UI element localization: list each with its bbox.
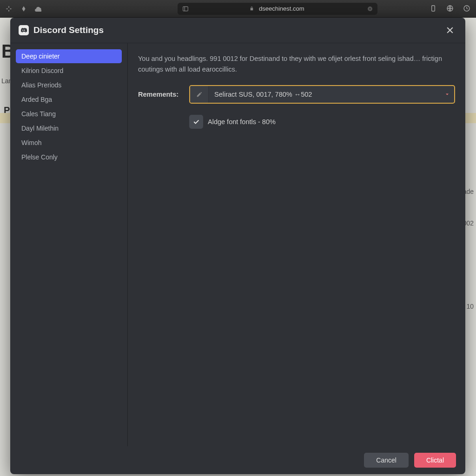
- url-text: dseechinest.com: [259, 5, 304, 12]
- checkbox-label: Aldge font fontls - 80%: [208, 118, 276, 126]
- device-icon[interactable]: [430, 5, 438, 13]
- right-icons: [430, 5, 471, 13]
- sidebar-item-label: Dayl Milethin: [21, 125, 59, 132]
- checkbox-row: Aldge font fontls - 80%: [189, 115, 455, 129]
- clock-icon[interactable]: [463, 5, 471, 13]
- nav-diamond-icon[interactable]: [20, 5, 28, 13]
- aldge-font-checkbox[interactable]: [189, 115, 203, 129]
- remements-label: Remements:: [138, 91, 184, 98]
- settings-sidebar: Deep cinieter Kilrion Discord Alias Prer…: [10, 43, 128, 446]
- svg-rect-3: [432, 6, 435, 11]
- modal-body: Deep cinieter Kilrion Discord Alias Prer…: [10, 43, 465, 446]
- settings-modal: Discord Settings Deep cinieter Kilrion D…: [10, 18, 465, 474]
- sidebar-item-label: Plelse Conly: [21, 153, 58, 161]
- sidebar-toggle-icon[interactable]: [182, 6, 189, 12]
- remements-select[interactable]: Seliract SUS, 0017, 780% ↔502: [189, 85, 455, 104]
- modal-title: Discord Settings: [33, 25, 104, 35]
- sidebar-item-arded-bga[interactable]: Arded Bga: [16, 93, 122, 106]
- sidebar-item-cales-tiang[interactable]: Cales Tiang: [16, 107, 122, 121]
- sidebar-item-wimoh[interactable]: Wimoh: [16, 136, 122, 150]
- modal-header: Discord Settings: [10, 18, 465, 43]
- sidebar-item-dayl-milethin[interactable]: Dayl Milethin: [16, 121, 122, 135]
- url-bar[interactable]: dseechinest.com: [178, 3, 377, 15]
- settings-content: You and you headlings. 991 0012 for Dest…: [128, 43, 465, 446]
- pencil-icon: [190, 86, 209, 103]
- nav-icons: [5, 5, 43, 13]
- sidebar-item-alias-preriods[interactable]: Alias Preriods: [16, 78, 122, 92]
- nav-back-icon[interactable]: [5, 5, 13, 13]
- nav-cloud-icon[interactable]: [34, 5, 43, 13]
- close-button[interactable]: [443, 23, 457, 37]
- globe-icon[interactable]: [446, 5, 455, 13]
- select-value: Seliract SUS, 0017, 780% ↔502: [209, 86, 440, 103]
- discord-logo-icon: [19, 25, 29, 35]
- cancel-button[interactable]: Cancel: [364, 453, 409, 468]
- description-text: You and you headlings. 991 0012 for Dest…: [138, 53, 454, 75]
- sidebar-item-label: Arded Bga: [21, 96, 52, 103]
- modal-footer: Cancel Clictal: [10, 446, 465, 474]
- sidebar-item-kilrion-discord[interactable]: Kilrion Discord: [16, 64, 122, 78]
- sidebar-item-label: Deep cinieter: [21, 53, 60, 60]
- confirm-button[interactable]: Clictal: [414, 453, 456, 468]
- url-clear-icon[interactable]: [367, 6, 373, 12]
- sidebar-item-label: Cales Tiang: [21, 110, 56, 118]
- svg-rect-0: [183, 7, 188, 11]
- sidebar-item-label: Kilrion Discord: [21, 67, 63, 74]
- browser-toolbar: dseechinest.com: [0, 0, 476, 18]
- sidebar-item-label: Wimoh: [21, 139, 42, 146]
- sidebar-item-label: Alias Preriods: [21, 81, 61, 89]
- sidebar-item-plelse-conly[interactable]: Plelse Conly: [16, 150, 122, 164]
- chevron-down-icon: [440, 86, 454, 103]
- remements-row: Remements: Seliract SUS, 0017, 780% ↔502: [138, 85, 455, 104]
- sidebar-item-deep-cinieter[interactable]: Deep cinieter: [16, 49, 122, 63]
- lock-icon: [249, 6, 254, 11]
